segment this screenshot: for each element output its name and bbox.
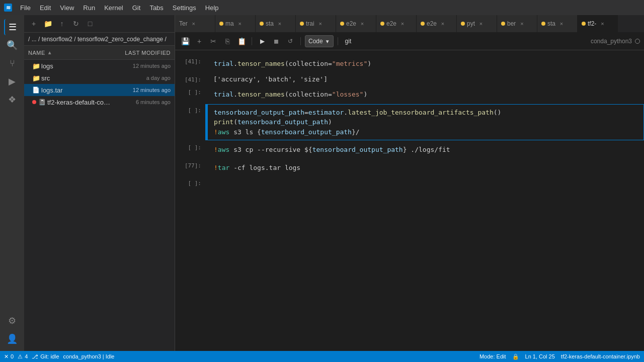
activity-settings[interactable]: ⚙: [4, 313, 20, 329]
tab-ber[interactable]: ber ×: [497, 15, 537, 32]
tab-label-trai: trai: [306, 20, 314, 27]
cell-type-label: Code: [308, 38, 323, 45]
code-paren-open: (: [233, 118, 237, 126]
file-row-src[interactable]: 📁 src a day ago: [24, 72, 175, 84]
menu-run[interactable]: Run: [79, 3, 99, 13]
tab-ma[interactable]: ma ×: [215, 15, 256, 32]
cell-type-dropdown[interactable]: Code ▼: [305, 35, 334, 47]
status-kernel[interactable]: conda_python3 | Idle: [63, 353, 115, 359]
menu-git[interactable]: Git: [128, 3, 145, 13]
tab-close-ber[interactable]: ×: [518, 20, 526, 28]
tab-close-ter[interactable]: ×: [190, 20, 198, 28]
menu-settings[interactable]: Settings: [169, 3, 200, 13]
code-punct2: (collection=: [285, 60, 332, 67]
file-row-ipynb[interactable]: 📓 tf2-keras-default-container.ipynb 6 mi…: [24, 96, 175, 108]
refresh-button[interactable]: ↻: [70, 18, 82, 29]
cell-code-cp[interactable]: !aws s3 cp --recursive ${tensorboard_out…: [207, 141, 644, 158]
tab-tf2[interactable]: tf2- ×: [578, 15, 618, 32]
tab-close-ma[interactable]: ×: [236, 20, 244, 28]
tab-label-e2e3: e2e: [427, 20, 437, 27]
menu-kernel[interactable]: Kernel: [100, 3, 127, 13]
cell-code-empty[interactable]: [207, 177, 644, 189]
file-name-logs: logs: [41, 62, 110, 70]
cut-button[interactable]: ✂: [207, 35, 219, 47]
tab-close-trai[interactable]: ×: [316, 20, 325, 28]
run-button[interactable]: ▶: [256, 35, 268, 47]
cell-code-losses[interactable]: trial.tensor_names(collection="losses"): [207, 86, 644, 103]
file-row-logsstar[interactable]: 📄 logs.tar 12 minutes ago: [24, 84, 175, 96]
code-brace-end-cp: }: [403, 146, 407, 153]
tab-e2e2[interactable]: e2e ×: [376, 15, 417, 32]
menu-view[interactable]: View: [56, 3, 78, 13]
activity-git[interactable]: ⑂: [4, 55, 20, 71]
cell-code-tar[interactable]: !tar -cf logs.tar logs: [207, 159, 644, 176]
file-modified-src: a day ago: [110, 75, 171, 81]
menu-help[interactable]: Help: [201, 3, 223, 13]
cell-code-41[interactable]: trial.tensor_names(collection="metrics"): [207, 55, 644, 72]
tab-terminal[interactable]: Ter ×: [175, 15, 215, 32]
add-cell-button[interactable]: +: [193, 35, 205, 47]
cell-gutter-41: [41]:: [175, 55, 205, 72]
tab-label-e2e2: e2e: [386, 20, 396, 27]
tab-label-sta2: sta: [547, 20, 555, 27]
restart-button[interactable]: ↺: [284, 35, 296, 47]
tab-label-ber: ber: [507, 20, 516, 27]
filter-button[interactable]: □: [85, 18, 96, 29]
status-lock[interactable]: 🔒: [512, 353, 519, 360]
editor-toolbar: 💾 + ✂ ⎘ 📋 ▶ ◼ ↺ Code ▼ git conda_python3: [175, 33, 644, 50]
status-position[interactable]: Ln 1, Col 25: [525, 353, 555, 359]
activity-explorer[interactable]: ☰: [4, 19, 20, 35]
tab-close-e2e1[interactable]: ×: [358, 20, 366, 28]
upload-button[interactable]: ↑: [56, 18, 67, 29]
status-warnings[interactable]: ⚠ 4: [18, 353, 28, 360]
code-var-losses: trial: [214, 90, 233, 98]
save-button[interactable]: 💾: [179, 35, 191, 47]
activity-search[interactable]: 🔍: [4, 37, 20, 53]
new-file-button[interactable]: +: [28, 18, 39, 29]
app-icon: ≋: [4, 4, 12, 12]
status-mode[interactable]: Mode: Edit: [479, 353, 506, 359]
menu-file[interactable]: File: [16, 3, 35, 13]
cell-code-tb[interactable]: tensorboard_output_path=estimator.latest…: [207, 104, 644, 141]
tab-close-sta2[interactable]: ×: [557, 20, 566, 28]
tab-close-sta[interactable]: ×: [276, 20, 284, 28]
menu-tabs[interactable]: Tabs: [145, 3, 167, 13]
code-parens: (): [494, 109, 502, 116]
cell-gutter-tb: [ ]:: [175, 104, 205, 141]
paste-button[interactable]: 📋: [235, 35, 248, 47]
code-dollar: ${: [304, 146, 312, 153]
tab-close-e2e2[interactable]: ×: [398, 20, 407, 28]
activity-account[interactable]: 👤: [4, 331, 20, 347]
status-errors[interactable]: ✕ 0: [4, 353, 14, 360]
tab-close-pyt[interactable]: ×: [477, 20, 485, 28]
code-line-2: print(tensorboard_output_path): [214, 117, 637, 127]
tab-sta2[interactable]: sta ×: [537, 15, 578, 32]
cell-awscp: [ ]: !aws s3 cp --recursive ${tensorboar…: [175, 141, 644, 158]
tab-e2e1[interactable]: e2e ×: [336, 15, 376, 32]
status-git[interactable]: ⎇ Git: idle: [32, 353, 59, 360]
tab-e2e3[interactable]: e2e ×: [417, 15, 457, 32]
copy-button[interactable]: ⎘: [221, 35, 233, 47]
tab-close-e2e3[interactable]: ×: [439, 20, 447, 28]
tab-dot-e2e3: [421, 22, 425, 26]
stop-button[interactable]: ◼: [270, 35, 282, 47]
tab-close-tf2[interactable]: ×: [598, 20, 606, 28]
tab-trai[interactable]: trai ×: [296, 15, 336, 32]
activity-debug[interactable]: ▶: [4, 73, 20, 89]
tab-pyt[interactable]: pyt ×: [457, 15, 497, 32]
git-icon: ⎇: [32, 353, 38, 360]
warning-count: 4: [25, 353, 28, 359]
code-punct-losses: .: [233, 90, 237, 98]
activity-extensions[interactable]: ❖: [4, 92, 20, 108]
tab-sta[interactable]: sta ×: [256, 15, 296, 32]
tab-dot-ber: [501, 22, 505, 26]
code-punct: .: [233, 60, 237, 67]
folder-icon-src: 📁: [32, 74, 41, 82]
code-punct3-losses: ): [363, 90, 367, 98]
code-tar-args: -cf logs.tar logs: [229, 164, 300, 171]
git-button[interactable]: git: [342, 35, 355, 47]
new-folder-button[interactable]: 📁: [42, 18, 53, 29]
menu-edit[interactable]: Edit: [36, 3, 55, 13]
file-row-logs[interactable]: 📁 logs 12 minutes ago: [24, 60, 175, 72]
tab-label-ter: Ter: [179, 20, 188, 27]
